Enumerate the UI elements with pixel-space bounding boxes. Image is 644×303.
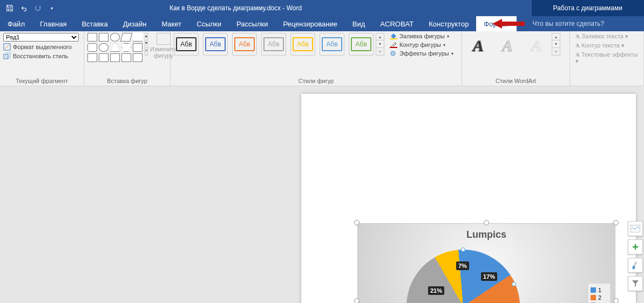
chart-legend[interactable]: 1234 <box>588 283 611 303</box>
effects-icon <box>390 50 397 57</box>
resize-handle[interactable] <box>613 298 619 303</box>
chart-element-selector[interactable]: Ряд1 <box>3 33 79 42</box>
wordart-style-3[interactable]: A <box>524 33 550 59</box>
datapoint-handle[interactable] <box>461 247 465 252</box>
group-insert-shapes: ▴ ▾ ▿ Изменить фигуру Вставка фигур <box>84 31 171 86</box>
reset-style-icon <box>3 52 11 60</box>
pie-label-3[interactable]: 21% <box>428 286 444 295</box>
pie-label-4[interactable]: 7% <box>456 261 469 270</box>
chart-selection[interactable]: Lumpics 17% 55% 21% 7% 1234 <box>354 220 619 303</box>
pie-label-1[interactable]: 17% <box>481 272 497 281</box>
shape-style-item[interactable]: Абв <box>261 33 286 56</box>
wordart-gallery[interactable]: A A A <box>465 33 550 59</box>
format-selection-label: Формат выделенного <box>13 44 72 50</box>
text-outline-button: A Контур текста ▾ <box>575 42 640 49</box>
quick-access-toolbar: ▾ <box>0 3 62 13</box>
legend-label: 1 <box>598 287 601 293</box>
wordart-style-1[interactable]: A <box>465 33 491 59</box>
pen-icon <box>390 42 397 48</box>
shape-style-item[interactable]: Абв <box>349 33 374 56</box>
legend-item[interactable]: 1 <box>591 287 608 293</box>
document-area[interactable]: Lumpics 17% 55% 21% 7% 1234 <box>0 86 644 303</box>
document-title: Как в Ворде сделать диаграмму.docx - Wor… <box>62 4 302 12</box>
tab-home[interactable]: Главная <box>32 16 74 31</box>
tab-references[interactable]: Ссылки <box>189 16 229 31</box>
legend-swatch <box>591 295 596 300</box>
group-label-shape-styles: Стили фигур <box>174 77 458 86</box>
tab-acrobat[interactable]: ACROBAT <box>372 16 421 31</box>
group-label-insert-shapes: Вставка фигур <box>87 77 167 86</box>
tab-file[interactable]: Файл <box>0 16 32 31</box>
shape-outline-button[interactable]: Контур фигуры ▾ <box>390 42 453 48</box>
shape-outline-label: Контур фигуры <box>399 42 441 48</box>
chart-title[interactable]: Lumpics <box>358 224 615 240</box>
redo-button[interactable] <box>32 3 43 13</box>
tab-design[interactable]: Дизайн <box>116 16 154 31</box>
shape-effects-button[interactable]: Эффекты фигуры ▾ <box>390 50 453 57</box>
shape-fill-label: Заливка фигуры <box>399 33 445 39</box>
chart-tools-contextual-title: Работа с диаграммами <box>532 0 645 16</box>
undo-button[interactable] <box>18 3 29 13</box>
group-label-wordart: Стили WordArt <box>465 77 566 86</box>
tab-chart-design[interactable]: Конструктор <box>421 16 476 31</box>
tab-mailings[interactable]: Рассылки <box>229 16 275 31</box>
format-selection-icon <box>3 43 11 51</box>
chart-filter-button[interactable] <box>628 276 643 291</box>
tab-layout[interactable]: Макет <box>154 16 189 31</box>
svg-rect-8 <box>634 261 637 266</box>
annotation-arrow <box>492 18 525 31</box>
shapes-gallery-more[interactable]: ▴ ▾ ▿ <box>145 33 148 56</box>
chart-side-buttons: + <box>628 221 643 291</box>
resize-handle[interactable] <box>354 298 360 303</box>
text-fill-button: A Заливка текста ▾ <box>575 33 640 40</box>
resize-handle[interactable] <box>354 220 360 225</box>
datapoint-handle[interactable] <box>512 282 516 286</box>
resize-handle[interactable] <box>484 220 489 225</box>
edit-shape-icon <box>157 33 171 45</box>
tab-review[interactable]: Рецензирование <box>275 16 344 31</box>
chart-object[interactable]: Lumpics 17% 55% 21% 7% 1234 <box>357 223 615 303</box>
shape-style-gallery[interactable]: АбвАбвАбвАбвАбвАбвАбв <box>174 33 374 56</box>
legend-label: 2 <box>598 294 601 301</box>
pie-chart[interactable]: 17% 55% 21% 7% <box>406 250 520 303</box>
group-current-selection: Ряд1 Формат выделенного Восстановить сти… <box>0 31 84 86</box>
text-effects-button: A Текстовые эффекты ▾ <box>575 51 640 65</box>
shape-style-item[interactable]: Абв <box>203 33 228 56</box>
legend-item[interactable]: 2 <box>591 294 608 301</box>
legend-swatch <box>591 287 596 293</box>
wordart-gallery-more[interactable]: ▴▾▿ <box>552 33 560 56</box>
shape-fill-button[interactable]: Заливка фигуры ▾ <box>390 33 453 39</box>
shape-effects-label: Эффекты фигуры <box>399 50 449 57</box>
ribbon-tabs: Файл Главная Вставка Дизайн Макет Ссылки… <box>0 16 644 31</box>
svg-rect-5 <box>390 47 397 48</box>
tab-insert[interactable]: Вставка <box>74 16 115 31</box>
group-label-current-selection: Текущий фрагмент <box>3 77 80 86</box>
ribbon: Ряд1 Формат выделенного Восстановить сти… <box>0 31 644 86</box>
group-wordart-styles: A A A ▴▾▿ Стили WordArt <box>462 31 570 86</box>
qat-customize-button[interactable]: ▾ <box>46 3 57 13</box>
pie-slices[interactable] <box>406 250 520 303</box>
reset-style-label: Восстановить стиль <box>13 53 68 59</box>
shape-style-item[interactable]: Абв <box>232 33 257 56</box>
chart-elements-button[interactable]: + <box>628 239 643 254</box>
save-button[interactable] <box>4 3 15 13</box>
reset-style-button[interactable]: Восстановить стиль <box>3 52 80 60</box>
group-text-options: A Заливка текста ▾ A Контур текста ▾ A Т… <box>570 31 644 86</box>
shape-style-item[interactable]: Абв <box>290 33 315 56</box>
svg-point-6 <box>391 51 395 56</box>
tell-me-search[interactable]: Что вы хотите сделать? <box>533 20 605 27</box>
tab-view[interactable]: Вид <box>345 16 373 31</box>
resize-handle[interactable] <box>613 220 619 225</box>
chart-styles-button[interactable] <box>628 258 643 273</box>
chart-layout-options-button[interactable] <box>628 221 643 236</box>
svg-rect-4 <box>390 38 397 39</box>
shape-style-item[interactable]: Абв <box>174 33 199 56</box>
bucket-icon <box>390 33 397 39</box>
shape-style-gallery-more[interactable]: ▴▾▿ <box>376 33 384 56</box>
shapes-gallery[interactable] <box>87 33 143 62</box>
shape-style-item[interactable]: Абв <box>320 33 344 56</box>
svg-point-0 <box>36 6 40 11</box>
title-bar: ▾ Как в Ворде сделать диаграмму.docx - W… <box>0 0 644 16</box>
wordart-style-2[interactable]: A <box>494 33 520 59</box>
format-selection-button[interactable]: Формат выделенного <box>3 43 80 51</box>
